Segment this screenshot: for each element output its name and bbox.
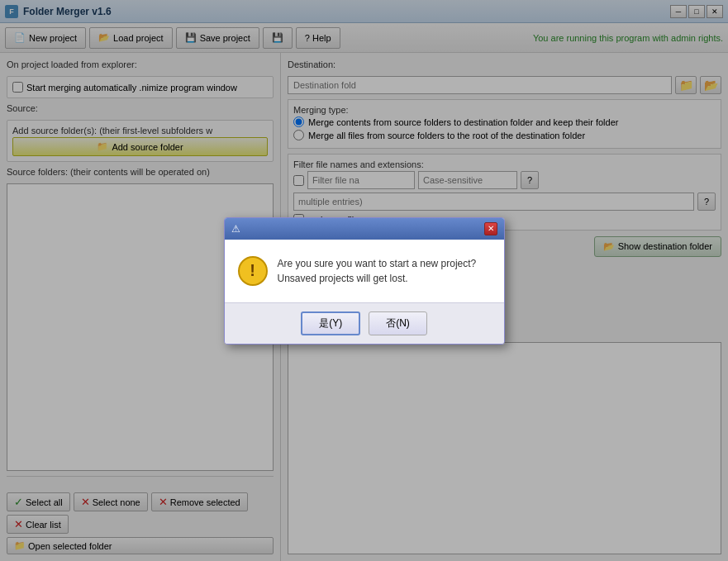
dialog-body: ! Are you sure you want to start a new p…: [225, 240, 504, 302]
dialog-no-button[interactable]: 否(N): [369, 311, 427, 335]
dialog: ⚠ ✕ ! Are you sure you want to start a n…: [224, 217, 505, 345]
warning-icon: !: [238, 256, 268, 286]
dialog-overlay: ⚠ ✕ ! Are you sure you want to start a n…: [0, 0, 728, 561]
dialog-footer: 是(Y) 否(N): [225, 302, 504, 344]
dialog-title: ⚠: [231, 223, 240, 235]
dialog-message: Are you sure you want to start a new pro…: [278, 256, 477, 286]
dialog-line2: Unsaved projects will get lost.: [278, 271, 477, 286]
dialog-close-button[interactable]: ✕: [484, 222, 497, 235]
dialog-titlebar: ⚠ ✕: [225, 218, 504, 240]
dialog-line1: Are you sure you want to start a new pro…: [278, 256, 477, 271]
dialog-yes-button[interactable]: 是(Y): [301, 311, 360, 335]
